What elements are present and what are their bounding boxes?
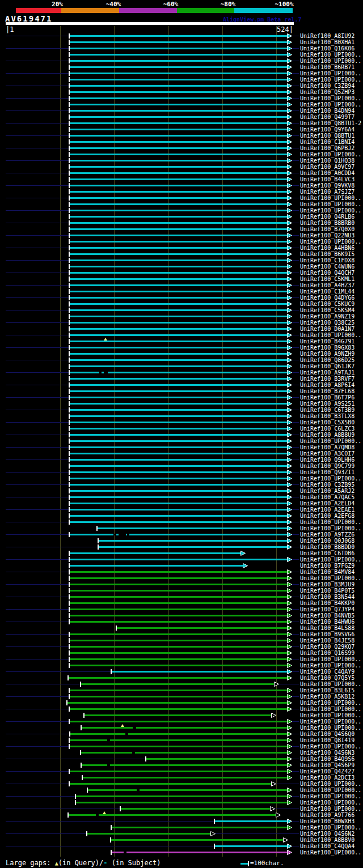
alignment-bar[interactable] xyxy=(69,446,288,448)
alignment-row[interactable]: UniRef100_UPI000.. xyxy=(0,475,363,482)
alignment-bar[interactable] xyxy=(69,384,288,386)
subject-id-label[interactable]: UniRef100_A9VC97 xyxy=(300,164,354,170)
alignment-row[interactable]: UniRef100_A8IU92 xyxy=(0,33,363,39)
subject-id-label[interactable]: UniRef100_UPI000.. xyxy=(300,806,361,812)
alignment-bar[interactable] xyxy=(146,758,288,760)
alignment-bar[interactable] xyxy=(69,216,288,218)
alignment-row[interactable]: UniRef100_C1ML44 xyxy=(0,288,363,295)
alignment-bar[interactable] xyxy=(69,172,288,174)
subject-id-label[interactable]: UniRef100_B6K9I5 xyxy=(300,251,354,257)
subject-id-label[interactable]: UniRef100_A7QMD8 xyxy=(300,444,354,450)
alignment-row[interactable]: UniRef100_C3ZB95 xyxy=(0,482,363,488)
subject-id-label[interactable]: UniRef100_D0A1N7 xyxy=(300,326,354,332)
alignment-bar[interactable] xyxy=(69,552,242,554)
subject-id-label[interactable]: UniRef100_A9TAJ1 xyxy=(300,369,354,376)
alignment-row[interactable]: UniRef100_UPI000.. xyxy=(0,525,363,531)
alignment-bar[interactable] xyxy=(69,571,288,573)
subject-id-label[interactable]: UniRef100_B4LS88 xyxy=(300,625,354,631)
subject-id-label[interactable]: UniRef100_B4LVC3 xyxy=(300,176,354,182)
alignment-row[interactable]: UniRef100_UPI000.. xyxy=(0,195,363,201)
alignment-bar[interactable] xyxy=(69,783,272,785)
alignment-row[interactable]: UniRef100_C6TDB6 xyxy=(0,550,363,556)
alignment-bar[interactable] xyxy=(69,372,288,373)
alignment-bar[interactable] xyxy=(69,415,288,417)
alignment-row[interactable]: UniRef100_B3RVF7 xyxy=(0,376,363,382)
subject-id-label[interactable]: UniRef100_B0XHA1 xyxy=(300,39,354,45)
alignment-row[interactable]: UniRef100_UPI000.. xyxy=(0,438,363,444)
alignment-bar[interactable] xyxy=(69,652,288,654)
subject-id-label[interactable]: UniRef100_UPI000.. xyxy=(300,101,361,108)
subject-id-label[interactable]: UniRef100_UPI000.. xyxy=(300,58,361,64)
alignment-row[interactable]: UniRef100_C3ZB94 xyxy=(0,83,363,89)
alignment-bar[interactable] xyxy=(68,677,288,679)
alignment-bar[interactable] xyxy=(69,316,288,317)
subject-id-label[interactable]: UniRef100_B3TLX8 xyxy=(300,413,354,419)
alignment-row[interactable]: UniRef100_Q4S6Q0 xyxy=(0,731,363,737)
alignment-bar[interactable] xyxy=(69,353,288,355)
alignment-bar[interactable] xyxy=(87,789,288,791)
subject-id-label[interactable]: UniRef100_A4HBN6 xyxy=(300,245,354,251)
alignment-bar[interactable] xyxy=(69,577,288,579)
alignment-row[interactable]: UniRef100_B0XHA1 xyxy=(0,39,363,45)
subject-id-label[interactable]: UniRef100_UPI000.. xyxy=(300,207,361,214)
alignment-row[interactable]: UniRef100_B7FGZ9 xyxy=(0,563,363,569)
subject-id-label[interactable]: UniRef100_UPI000.. xyxy=(300,575,361,581)
subject-id-label[interactable]: UniRef100_A9T766 xyxy=(300,812,354,818)
alignment-bar[interactable] xyxy=(120,808,271,810)
alignment-bar[interactable] xyxy=(69,241,288,242)
alignment-bar[interactable] xyxy=(69,185,288,186)
alignment-bar[interactable] xyxy=(69,496,288,498)
alignment-bar[interactable] xyxy=(69,471,288,473)
alignment-row[interactable]: UniRef100_B4NVB5 xyxy=(0,612,363,619)
subject-id-label[interactable]: UniRef100_A8B8V0 xyxy=(300,837,354,843)
alignment-row[interactable]: UniRef100_B4KKP0 xyxy=(0,600,363,606)
alignment-bar[interactable] xyxy=(97,527,288,529)
alignment-bar[interactable] xyxy=(69,303,288,305)
subject-id-label[interactable]: UniRef100_Q499T7 xyxy=(300,114,354,120)
subject-id-label[interactable]: UniRef100_UPI000.. xyxy=(300,201,361,207)
alignment-row[interactable]: UniRef100_UPI000.. xyxy=(0,662,363,669)
alignment-bar[interactable] xyxy=(69,559,288,560)
alignment-bar[interactable] xyxy=(69,91,288,93)
subject-id-label[interactable]: UniRef100_C3ZB95 xyxy=(300,482,354,488)
subject-id-label[interactable]: UniRef100_A9NZH9 xyxy=(300,351,354,357)
subject-id-label[interactable]: UniRef100_Q29KQ7 xyxy=(300,644,354,650)
alignment-row[interactable]: UniRef100_C5KUC9 xyxy=(0,301,363,307)
alignment-bar[interactable] xyxy=(69,365,288,367)
alignment-bar[interactable] xyxy=(69,609,288,610)
alignment-row[interactable]: UniRef100_C1FDX8 xyxy=(0,257,363,263)
alignment-row[interactable]: UniRef100_B3TLX8 xyxy=(0,413,363,419)
subject-id-label[interactable]: UniRef100_A4HZ37 xyxy=(300,282,354,288)
subject-id-label[interactable]: UniRef100_C4QAY9 xyxy=(300,669,354,675)
alignment-row[interactable]: UniRef100_Q499T7 xyxy=(0,114,363,120)
subject-id-label[interactable]: UniRef100_B6RB71 xyxy=(300,64,354,70)
alignment-bar[interactable] xyxy=(70,733,288,735)
alignment-row[interactable]: UniRef100_UPI000.. xyxy=(0,101,363,108)
alignment-row[interactable]: UniRef100_A9TAJ1 xyxy=(0,369,363,376)
alignment-bar[interactable] xyxy=(69,122,288,124)
subject-id-label[interactable]: UniRef100_B7FGZ9 xyxy=(300,563,354,569)
alignment-row[interactable]: UniRef100_Q16K06 xyxy=(0,45,363,52)
alignment-bar[interactable] xyxy=(69,334,288,336)
alignment-row[interactable]: UniRef100_UPI000.. xyxy=(0,824,363,831)
alignment-bar[interactable] xyxy=(111,827,288,828)
subject-id-label[interactable]: UniRef100_UPI000.. xyxy=(300,195,361,201)
subject-id-label[interactable]: UniRef100_UPI000.. xyxy=(300,793,361,799)
alignment-bar[interactable] xyxy=(69,154,288,155)
subject-id-label[interactable]: UniRef100_B4MV84 xyxy=(300,569,354,575)
alignment-bar[interactable] xyxy=(69,453,288,454)
alignment-bar[interactable] xyxy=(214,845,288,847)
subject-id-label[interactable]: UniRef100_B9GX83 xyxy=(300,344,354,351)
alignment-bar[interactable] xyxy=(69,247,288,249)
subject-id-label[interactable]: UniRef100_B4JE58 xyxy=(300,637,354,644)
subject-id-label[interactable]: UniRef100_Q86D25 xyxy=(300,357,354,363)
alignment-bar[interactable] xyxy=(69,48,288,49)
alignment-row[interactable]: UniRef100_B3N544 xyxy=(0,594,363,600)
alignment-row[interactable]: UniRef100_UPI000.. xyxy=(0,799,363,806)
subject-id-label[interactable]: UniRef100_Q4Z427 xyxy=(300,768,354,775)
alignment-bar[interactable] xyxy=(75,795,288,797)
alignment-row[interactable]: UniRef100_A2EFG8 xyxy=(0,513,363,519)
alignment-row[interactable]: UniRef100_Q86D25 xyxy=(0,357,363,363)
alignment-bar[interactable] xyxy=(111,671,288,673)
alignment-bar[interactable] xyxy=(69,166,288,168)
